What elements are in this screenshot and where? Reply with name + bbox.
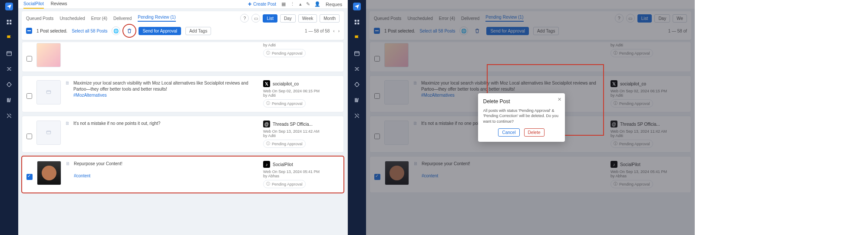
post-2-thumbnail (36, 121, 61, 145)
x-icon: 𝕏 (263, 80, 270, 87)
pager-prev-icon[interactable]: ‹ (333, 29, 334, 33)
post-0-thumbnail (36, 43, 61, 67)
post-2-author: by Aditi (263, 134, 339, 138)
view-day-button[interactable]: Day (280, 14, 296, 23)
post-2-account: Threads SP Officia... (273, 122, 313, 127)
modal-mask: ✕ Delete Post All posts with status 'Pen… (348, 0, 695, 235)
svg-rect-6 (7, 98, 8, 102)
svg-rect-7 (8, 98, 9, 102)
filter-queued[interactable]: Queued Posts (26, 16, 53, 21)
post-card-3-selected: 🗎 Repurpose your Content! #content ♪Soci… (22, 156, 344, 193)
document-icon: 🗎 (65, 121, 70, 148)
filter-pending[interactable]: Pending Review (1) (138, 15, 175, 22)
post-1-status-pill: ⓘ Pending Approval (263, 99, 306, 108)
nav-dashboard-icon[interactable] (5, 18, 13, 26)
delete-highlight-circle (122, 24, 136, 38)
nav-calendar-icon[interactable] (5, 49, 13, 57)
nav-shuffle-icon[interactable] (5, 65, 13, 73)
pencil-icon[interactable]: ✎ (306, 1, 310, 7)
send-for-approval-button[interactable]: Send for Approval (139, 27, 181, 35)
post-1-time: Web On Sep 02, 2024 06:15 PM (263, 89, 339, 93)
nav-flag-icon[interactable] (5, 34, 13, 42)
svg-rect-1 (10, 20, 11, 22)
svg-rect-8 (9, 98, 10, 102)
post-3-time: Web On Sep 13, 2024 05:41 PM (263, 170, 339, 174)
svg-rect-3 (10, 23, 11, 24)
view-list-button[interactable]: List (263, 14, 277, 23)
topbar: SocialPilot Reviews ✚ Create Post ▦ ⋮ ▴ … (18, 0, 347, 9)
panel-delete-modal: Queued Posts Unscheduled Error (4) Deliv… (347, 0, 695, 235)
filter-unscheduled[interactable]: Unscheduled (59, 16, 85, 21)
grid-view-icon[interactable]: ▦ (281, 1, 286, 7)
post-3-thumbnail (37, 161, 61, 185)
filter-delivered[interactable]: Delivered (113, 16, 132, 21)
toolbar-card: Queued Posts Unscheduled Error (4) Deliv… (22, 11, 344, 40)
select-all-link[interactable]: Select all 58 Posts (72, 29, 107, 33)
select-all-checkbox[interactable] (26, 28, 32, 34)
globe-icon[interactable]: 🌐 (112, 26, 120, 35)
modal-delete-button[interactable]: Delete (524, 128, 545, 137)
modal-body-text: All posts with status 'Pending Approval'… (483, 108, 560, 124)
post-2-time: Web On Sep 13, 2024 11:42 AM (263, 129, 339, 134)
post-3-status-pill: ⓘ Pending Approval (263, 180, 306, 188)
view-month-button[interactable]: Month (320, 14, 340, 23)
post-0-author: by Aditi (263, 43, 339, 47)
delete-button[interactable] (125, 26, 134, 36)
post-3-author: by Abhas (263, 174, 339, 178)
top-icon-1[interactable]: ⋮ (290, 1, 295, 7)
flag-icon[interactable]: ▴ (299, 1, 302, 7)
post-0-checkbox[interactable] (26, 56, 32, 62)
help-icon[interactable]: ? (240, 14, 249, 23)
modal-close-icon[interactable]: ✕ (558, 97, 561, 102)
content-area: Queued Posts Unscheduled Error (4) Deliv… (18, 9, 347, 235)
post-3-text: Repurpose your Content! (74, 161, 122, 166)
post-2-checkbox[interactable] (26, 134, 32, 139)
modal-cancel-button[interactable]: Cancel (498, 128, 519, 137)
post-0-status-pill: ⓘ Pending Approval (263, 49, 306, 57)
modal-title: Delete Post (483, 98, 560, 104)
requests-link[interactable]: Reques (326, 2, 342, 7)
svg-rect-10 (46, 131, 50, 134)
selected-count-text: 1 Post selected. (36, 29, 67, 33)
pager-next-icon[interactable]: › (338, 29, 340, 33)
view-week-button[interactable]: Week (298, 14, 317, 23)
nav-tools-icon[interactable] (5, 112, 13, 120)
post-1-author: by Aditi (263, 93, 339, 98)
video-icon[interactable]: ▭ (251, 14, 260, 23)
app-sidebar (0, 0, 18, 235)
post-3-checkbox[interactable] (26, 174, 33, 180)
app-logo-icon[interactable] (5, 3, 13, 10)
user-icon[interactable]: 👤 (314, 1, 320, 7)
post-2-status-pill: ⓘ Pending Approval (263, 140, 306, 148)
delete-post-modal: ✕ Delete Post All posts with status 'Pen… (478, 93, 565, 142)
svg-rect-9 (46, 91, 50, 94)
nav-target-icon[interactable] (5, 81, 13, 88)
post-1-thumbnail (36, 80, 61, 104)
post-card-0: by Aditi ⓘ Pending Approval (22, 42, 344, 72)
post-1-account: socialpilot_co (273, 82, 299, 86)
document-icon: 🗎 (65, 80, 70, 108)
tab-socialpilot[interactable]: SocialPilot (23, 0, 44, 9)
tab-reviews[interactable]: Reviews (51, 0, 67, 9)
post-2-text: It's not a mistake if no one points it o… (73, 121, 160, 126)
panel-before-delete: SocialPilot Reviews ✚ Create Post ▦ ⋮ ▴ … (0, 0, 347, 235)
threads-icon: @ (263, 121, 270, 127)
post-1-text: Maximize your local search visibility wi… (73, 81, 248, 91)
filter-error[interactable]: Error (4) (91, 16, 107, 21)
pager-text: 1 — 58 of 58 (305, 29, 330, 33)
post-card-2: 🗎 It's not a mistake if no one points it… (22, 116, 344, 153)
add-tags-button[interactable]: Add Tags (185, 27, 211, 35)
svg-point-5 (7, 83, 11, 86)
document-icon: 🗎 (66, 161, 70, 188)
post-3-account: SocialPilot (273, 162, 293, 167)
nav-library-icon[interactable] (5, 96, 13, 104)
post-card-1: 🗎 Maximize your local search visibility … (22, 75, 344, 112)
svg-rect-4 (7, 52, 12, 55)
post-1-hashtag[interactable]: #MozAlternatives (73, 93, 107, 98)
tiktok-icon: ♪ (263, 161, 270, 168)
svg-rect-2 (7, 23, 9, 24)
post-1-checkbox[interactable] (26, 93, 32, 99)
post-3-hashtag[interactable]: #content (74, 173, 90, 178)
svg-rect-0 (7, 20, 9, 22)
create-post-button[interactable]: ✚ Create Post (248, 2, 276, 7)
